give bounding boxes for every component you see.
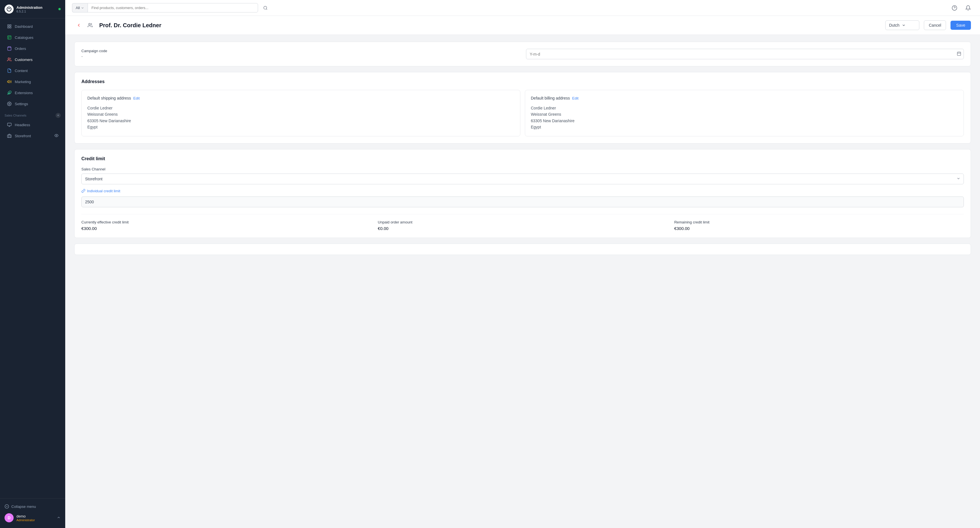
stat-remaining-value: €300.00 [674,226,964,231]
sidebar-item-label: Dashboard [15,24,33,29]
page-header-nav [74,21,95,30]
extra-card [74,243,971,255]
search-button[interactable] [260,3,270,13]
svg-rect-17 [7,135,11,138]
credit-amount-input[interactable] [81,197,964,207]
user-info[interactable]: D demo Administrator [5,511,61,525]
sidebar-item-label: Orders [15,46,26,51]
sidebar-item-marketing[interactable]: Marketing [2,76,63,87]
stat-effective-credit: Currently effective credit limit €300.00 [81,220,371,231]
credit-section-title: Credit limit [81,156,964,161]
search-filter-button[interactable]: All [72,3,88,13]
storefront-icon [7,133,12,138]
sales-channel-label: Sales Channel [81,167,964,171]
sidebar-item-catalogues[interactable]: Catalogues [2,32,63,43]
svg-rect-3 [8,27,9,28]
topbar: All [65,0,980,16]
catalogues-icon [7,35,12,40]
sidebar-item-headless[interactable]: Headless [2,119,63,130]
svg-rect-2 [10,25,11,26]
stat-unpaid-value: €0.00 [378,226,667,231]
shipping-address-header: Default shipping address Edit [88,96,514,100]
save-button[interactable]: Save [950,21,971,30]
billing-street: Weissnat Greens [531,111,958,118]
shipping-address-text: Cordie Ledner Weissnat Greens 63305 New … [88,105,514,130]
sidebar-item-content[interactable]: Content [2,65,63,76]
sidebar-item-dashboard[interactable]: Dashboard [2,21,63,32]
page-header: Prof. Dr. Cordie Ledner Dutch Cancel Sav… [65,16,980,35]
date-input[interactable] [526,49,955,59]
sidebar-item-label: Catalogues [15,35,33,40]
sidebar-item-label: Content [15,68,28,73]
content-icon [7,68,12,73]
svg-point-0 [7,7,11,11]
svg-line-22 [266,9,267,10]
stat-effective-value: €300.00 [81,226,371,231]
shipping-street: Weissnat Greens [88,111,514,118]
sidebar-item-storefront[interactable]: Storefront [2,130,63,141]
shipping-edit-link[interactable]: Edit [133,96,140,100]
customers-icon [7,57,12,62]
language-dropdown[interactable]: Dutch [885,21,919,30]
user-role: Administrator [16,518,35,522]
sidebar-header: Administration 6.5.2.1 [0,0,65,18]
customer-list-button[interactable] [86,21,95,30]
dashboard-icon [7,24,12,29]
topbar-actions [950,3,973,13]
billing-name: Cordie Ledner [531,105,958,111]
search-container: All [72,3,270,13]
sidebar-item-label: Storefront [15,134,31,138]
app-version: 6.5.2.1 [16,10,43,13]
svg-point-13 [9,103,10,104]
billing-address-text: Cordie Ledner Weissnat Greens 63305 New … [531,105,958,130]
sales-channel-field: Sales Channel Storefront [81,167,964,184]
sidebar-item-extensions[interactable]: Extensions [2,87,63,98]
billing-country: Egypt [531,124,958,130]
stat-unpaid-label: Unpaid order amount [378,220,667,224]
calendar-icon [955,49,964,59]
svg-point-25 [89,23,91,25]
addresses-card: Addresses Default shipping address Edit … [74,72,971,143]
sidebar-item-orders[interactable]: Orders [2,43,63,54]
stat-effective-label: Currently effective credit limit [81,220,371,224]
svg-point-9 [8,58,10,59]
individual-credit-link[interactable]: Individual credit limit [81,189,964,193]
addresses-card-body: Addresses Default shipping address Edit … [75,72,970,143]
sales-channel-select[interactable]: Storefront [81,173,964,184]
settings-icon [7,101,12,107]
stat-unpaid-orders: Unpaid order amount €0.00 [378,220,667,231]
campaign-code-card-body: Campaign code - [75,42,970,66]
cancel-button[interactable]: Cancel [924,21,946,30]
add-sales-channel-button[interactable]: + [56,113,61,118]
collapse-menu-button[interactable]: Collapse menu [5,502,61,511]
svg-rect-14 [7,123,11,126]
billing-address-header: Default billing address Edit [531,96,958,100]
svg-rect-1 [8,25,9,26]
svg-rect-5 [8,36,11,39]
sidebar-item-settings[interactable]: Settings [2,99,63,109]
user-expand-icon [57,515,61,520]
addresses-grid: Default shipping address Edit Cordie Led… [81,90,964,137]
sidebar-item-customers[interactable]: Customers [2,54,63,65]
search-input[interactable] [88,3,258,13]
sidebar-item-label: Extensions [15,91,33,95]
credit-stats: Currently effective credit limit €300.00… [81,214,964,231]
billing-address-title: Default billing address [531,96,570,100]
svg-marker-10 [7,80,9,83]
notifications-button[interactable] [963,3,973,13]
app-logo [5,5,14,14]
billing-edit-link[interactable]: Edit [572,96,579,100]
date-field [526,49,964,59]
stat-remaining-credit: Remaining credit limit €300.00 [674,220,964,231]
page-title: Prof. Dr. Cordie Ledner [99,22,881,29]
sidebar-item-label: Headless [15,123,30,127]
svg-rect-4 [10,27,11,28]
campaign-code-section: Campaign code - [81,49,519,59]
help-button[interactable] [950,3,959,13]
shipping-address-card: Default shipping address Edit Cordie Led… [81,90,520,137]
svg-point-18 [56,135,57,136]
storefront-visibility-icon [54,134,59,138]
back-button[interactable] [74,21,83,30]
addresses-section-title: Addresses [81,79,964,84]
stat-remaining-label: Remaining credit limit [674,220,964,224]
